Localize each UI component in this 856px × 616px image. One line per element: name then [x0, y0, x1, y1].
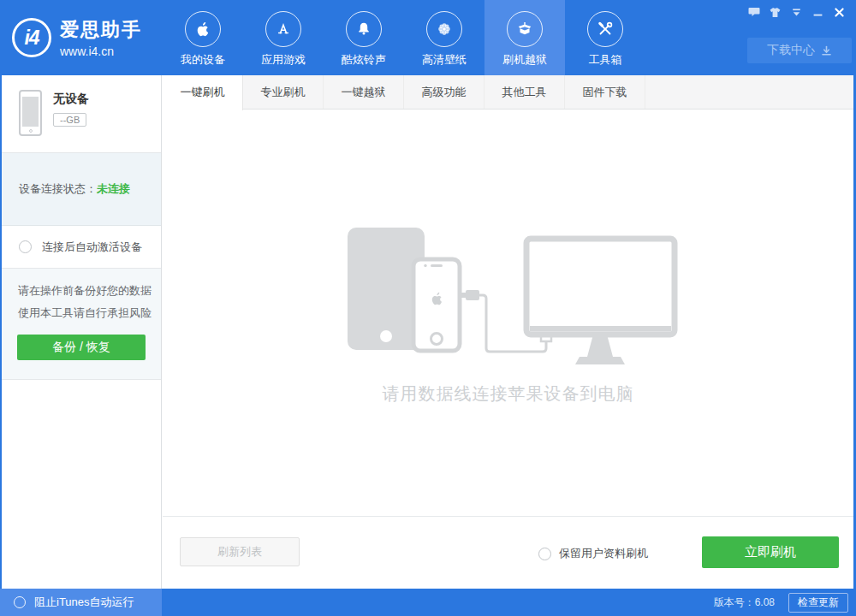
device-phone-icon	[19, 90, 42, 136]
block-itunes-radio[interactable]	[14, 596, 26, 608]
backup-restore-button[interactable]: 备份 / 恢复	[17, 335, 146, 360]
refresh-list-button[interactable]: 刷新列表	[180, 537, 300, 566]
content-area: 一键刷机 专业刷机 一键越狱 高级功能 其他工具 固件下载	[163, 75, 853, 589]
nav-item-my-devices[interactable]: 我的设备	[163, 0, 243, 75]
minimize-icon[interactable]	[811, 6, 824, 18]
auto-activate-label: 连接后自动激活设备	[42, 240, 142, 255]
brand-site: www.i4.cn	[60, 44, 142, 58]
window-controls	[747, 6, 846, 18]
close-icon[interactable]	[833, 6, 846, 18]
nav-item-toolbox[interactable]: 工具箱	[565, 0, 645, 75]
keep-user-data-label: 保留用户资料刷机	[559, 546, 648, 561]
device-panel: 无设备 --GB	[2, 75, 161, 153]
flash-tabbar: 一键刷机 专业刷机 一键越狱 高级功能 其他工具 固件下载	[163, 75, 853, 110]
download-icon	[821, 45, 832, 56]
app-window: i4 爱思助手 www.i4.cn 我的设备	[0, 0, 856, 616]
nav-label: 酷炫铃声	[342, 52, 386, 68]
nav-label: 工具箱	[589, 52, 622, 68]
appstore-icon	[265, 11, 301, 47]
main-panel: 请用数据线连接苹果设备到电脑	[163, 110, 853, 516]
brand-name: 爱思助手	[60, 17, 142, 43]
nav-item-ringtones[interactable]: 酷炫铃声	[324, 0, 404, 75]
nav-label: 应用游戏	[261, 52, 306, 68]
device-capacity-badge: --GB	[53, 113, 86, 127]
block-itunes-label: 阻止iTunes自动运行	[34, 595, 134, 610]
download-center-label: 下载中心	[767, 43, 815, 58]
tab-advanced-features[interactable]: 高级功能	[404, 75, 484, 109]
keep-user-data-radio[interactable]	[538, 548, 551, 560]
nav-item-flash-jailbreak[interactable]: 刷机越狱	[484, 0, 565, 75]
tab-firmware-download[interactable]: 固件下载	[565, 75, 645, 109]
message-icon[interactable]	[747, 6, 760, 18]
block-itunes-row: 阻止iTunes自动运行	[0, 589, 162, 616]
tab-pro-flash[interactable]: 专业刷机	[243, 75, 324, 109]
jailbreak-box-icon	[507, 11, 543, 47]
download-center-button[interactable]: 下载中心	[747, 38, 852, 63]
nav-label: 高清壁纸	[422, 52, 467, 68]
skin-icon[interactable]	[769, 6, 782, 18]
warning-line-2: 使用本工具请自行承担风险	[2, 302, 161, 324]
tab-other-tools[interactable]: 其他工具	[484, 75, 565, 109]
app-header: i4 爱思助手 www.i4.cn 我的设备	[0, 0, 856, 75]
connect-hint-text: 请用数据线连接苹果设备到电脑	[163, 382, 853, 406]
brand-text: 爱思助手 www.i4.cn	[60, 17, 142, 58]
nav-label: 刷机越狱	[502, 52, 547, 68]
device-name: 无设备	[53, 92, 89, 107]
status-bar: 阻止iTunes自动运行 版本号：6.08 检查更新	[0, 589, 856, 616]
auto-activate-radio[interactable]	[19, 240, 32, 253]
nav-label: 我的设备	[181, 52, 225, 68]
tab-one-click-jailbreak[interactable]: 一键越狱	[324, 75, 404, 109]
auto-activate-row: 连接后自动激活设备	[2, 226, 161, 269]
bell-icon	[346, 11, 382, 47]
nav-item-wallpapers[interactable]: 高清壁纸	[404, 0, 484, 75]
connection-status-value: 未连接	[97, 181, 130, 197]
nav-item-apps-games[interactable]: 应用游戏	[243, 0, 324, 75]
wallpaper-icon	[426, 11, 462, 47]
connection-status: 设备连接状态：未连接	[2, 153, 161, 226]
i4-logo-icon: i4	[12, 18, 51, 57]
check-update-button[interactable]: 检查更新	[788, 593, 848, 613]
main-nav: 我的设备 应用游戏 酷炫铃声	[163, 0, 645, 75]
keep-user-data-row: 保留用户资料刷机	[538, 546, 648, 561]
connect-illustration	[330, 227, 686, 372]
connection-status-label: 设备连接状态：	[19, 181, 97, 197]
version-label: 版本号：6.08	[714, 595, 775, 610]
action-bar: 刷新列表 保留用户资料刷机 立即刷机	[163, 516, 853, 589]
device-sidebar: 无设备 --GB 设备连接状态：未连接 连接后自动激活设备 请在操作前备份好您的…	[2, 75, 162, 589]
tab-one-click-flash[interactable]: 一键刷机	[163, 75, 243, 110]
flash-now-button[interactable]: 立即刷机	[702, 536, 839, 568]
toolbox-icon	[587, 11, 623, 47]
collapse-icon[interactable]	[790, 6, 803, 18]
app-logo: i4 爱思助手 www.i4.cn	[12, 17, 142, 58]
apple-icon	[185, 11, 221, 47]
warning-line-1: 请在操作前备份好您的数据	[2, 280, 161, 302]
warning-panel: 请在操作前备份好您的数据 使用本工具请自行承担风险 备份 / 恢复	[2, 269, 161, 380]
